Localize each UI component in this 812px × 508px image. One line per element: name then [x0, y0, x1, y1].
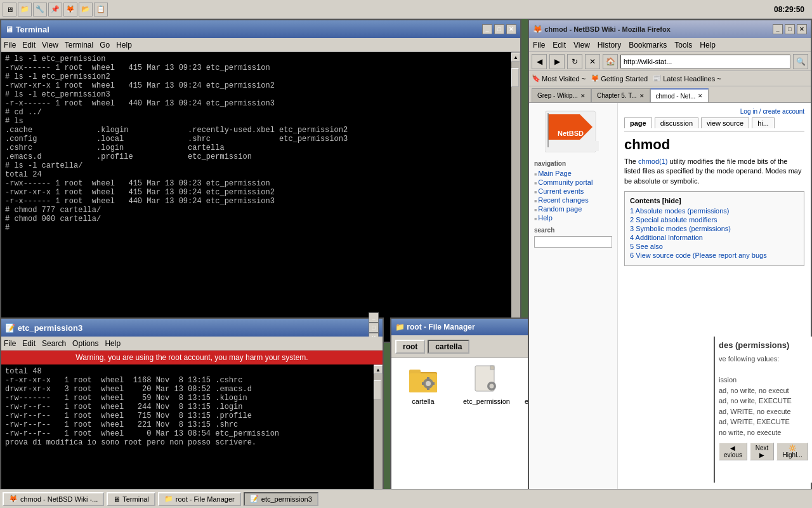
etcperm3-menu-search[interactable]: Search — [42, 339, 66, 348]
terminal-menu-view[interactable]: View — [42, 41, 58, 50]
terminal-close[interactable]: ✕ — [506, 24, 516, 34]
taskbar-icon-3[interactable]: 🔧 — [33, 3, 47, 17]
wiki-contents-3[interactable]: 3 Symbolic modes (permissions) — [630, 225, 799, 232]
wiki-search-input[interactable] — [534, 236, 612, 248]
bookmark-most-visited-label: Most Visited ~ — [542, 75, 586, 83]
terminal-scroll-thumb[interactable] — [511, 68, 519, 87]
etcperm3-menu-file[interactable]: File — [4, 339, 16, 348]
terminal-menu-file[interactable]: File — [4, 41, 16, 50]
taskbar-icon-4[interactable]: 📌 — [48, 3, 62, 17]
etcperm3-scroll-thumb[interactable] — [374, 380, 381, 399]
firefox-menu-bookmarks[interactable]: Bookmarks — [629, 41, 667, 50]
bookmark-getting-started-label: Getting Started — [601, 75, 648, 83]
taskbar-icon-6[interactable]: 📂 — [79, 3, 93, 17]
terminal-scrollbar[interactable]: ▲ ▼ — [511, 52, 520, 342]
search-button[interactable]: 🔍 — [793, 54, 808, 69]
firefox-menu-view[interactable]: View — [573, 41, 590, 50]
terminal-minimize[interactable]: _ — [482, 24, 492, 34]
tab-chapter5-close[interactable]: ✕ — [639, 93, 645, 99]
wiki-tab-history[interactable]: hi... — [752, 117, 775, 128]
wiki-contents-2[interactable]: 2 Special absolute modifiers — [630, 216, 799, 224]
forward-button[interactable]: ▶ — [549, 54, 565, 69]
etcperm3-maximize[interactable]: □ — [369, 323, 379, 333]
etcperm3-menu-help[interactable]: Help — [105, 339, 121, 348]
wiki-contents-6[interactable]: 6 View source code (Please report any bu… — [630, 251, 799, 259]
firefox-menu-history[interactable]: History — [598, 41, 621, 50]
etcperm3-menu-edit[interactable]: Edit — [22, 339, 36, 348]
wiki-nav-random-page[interactable]: Random page — [534, 205, 612, 213]
terminal-scroll-up[interactable]: ▲ — [511, 53, 520, 62]
tab-grep-close[interactable]: ✕ — [580, 93, 586, 99]
taskbar-btn-terminal-icon: 🖥 — [113, 495, 120, 503]
svg-point-14 — [490, 384, 494, 389]
etcperm3-minimize[interactable]: _ — [369, 312, 379, 323]
firefox-menu-tools[interactable]: Tools — [674, 41, 692, 50]
right-text-2: ission — [719, 375, 808, 385]
terminal-content[interactable]: # ls -l etc_permission -rwx------ 1 root… — [1, 52, 511, 342]
etcperm3-content[interactable]: total 48 -r-xr-xr-x 1 root wheel 1168 No… — [1, 364, 374, 500]
firefox-minimize[interactable]: _ — [773, 24, 783, 34]
tab-chmod[interactable]: chmod - Net... ✕ — [650, 88, 709, 102]
next-button[interactable]: Next ▶ — [750, 443, 774, 460]
firefox-menu-help[interactable]: Help — [700, 41, 716, 50]
wiki-tab-page[interactable]: page — [624, 117, 652, 128]
etcperm3-menu-options[interactable]: Options — [72, 339, 98, 348]
terminal-menu-help[interactable]: Help — [116, 41, 132, 50]
tab-grep[interactable]: Grep - Wikip... ✕ — [532, 88, 591, 102]
file-icon-etcperm[interactable]: etc_permission — [461, 364, 512, 405]
taskbar-btn-filemanager[interactable]: 📁 root - File Manager — [158, 492, 241, 506]
svg-rect-5 — [427, 377, 429, 380]
reload-button[interactable]: ↻ — [567, 54, 582, 69]
wiki-contents-4[interactable]: 4 Additional Information — [630, 234, 799, 241]
file-icon-img-etcperm — [471, 364, 502, 395]
address-bar[interactable] — [620, 55, 790, 69]
etcperm3-scroll-up[interactable]: ▲ — [374, 365, 383, 374]
wiki-tab-discussion[interactable]: discussion — [655, 117, 698, 128]
wiki-nav-current-events[interactable]: Current events — [534, 187, 612, 195]
taskbar-icon-5[interactable]: 🦊 — [63, 3, 77, 17]
firefox-menu-file[interactable]: File — [533, 41, 545, 50]
tab-chmod-close[interactable]: ✕ — [698, 93, 703, 99]
wiki-nav-recent-changes[interactable]: Recent changes — [534, 196, 612, 204]
taskbar-btn-terminal[interactable]: 🖥 Terminal — [107, 492, 155, 506]
terminal-menu-terminal[interactable]: Terminal — [65, 41, 93, 50]
stop-button[interactable]: ✕ — [585, 54, 600, 69]
terminal-menu-go[interactable]: Go — [100, 41, 110, 50]
home-button[interactable]: 🏠 — [603, 54, 618, 69]
wiki-nav-community-portal[interactable]: Community portal — [534, 178, 612, 186]
taskbar-top: 🖥 📁 🔧 📌 🦊 📂 📋 08:29:50 — [0, 0, 812, 19]
tab-chapter5[interactable]: Chapter 5. T... ✕ — [591, 88, 650, 102]
highlight-button[interactable]: 🔆 Highl... — [776, 443, 808, 460]
wiki-contents-5[interactable]: 5 See also — [630, 243, 799, 250]
taskbar-btn-etcperm3[interactable]: 📝 etc_permission3 — [244, 492, 318, 506]
firefox-tabs: Grep - Wikip... ✕ Chapter 5. T... ✕ chmo… — [529, 86, 811, 103]
file-icon-cartella[interactable]: cartella — [398, 364, 449, 405]
wiki-tab-view-source[interactable]: view source — [701, 117, 749, 128]
wiki-contents-1[interactable]: 1 Absolute modes (permissions) — [630, 207, 799, 215]
wiki-log-account[interactable]: Log in / create account — [624, 108, 804, 115]
svg-rect-12 — [490, 366, 494, 370]
terminal-maximize[interactable]: □ — [494, 24, 504, 34]
wiki-nav-main-page[interactable]: Main Page — [534, 170, 612, 177]
prev-button[interactable]: ◀ evious — [719, 443, 747, 460]
back-button[interactable]: ◀ — [532, 54, 547, 69]
taskbar-icon-7[interactable]: 📋 — [94, 3, 108, 17]
wiki-chmod-link[interactable]: chmod(1) — [638, 157, 667, 165]
filemanager-cartella-btn[interactable]: cartella — [428, 340, 469, 354]
svg-rect-8 — [432, 382, 435, 385]
firefox-close[interactable]: ✕ — [797, 24, 807, 34]
right-partial-title: des (permissions) — [719, 340, 808, 350]
wiki-nav-help[interactable]: Help — [534, 214, 612, 222]
taskbar-btn-firefox[interactable]: 🦊 chmod - NetBSD Wiki -... — [3, 492, 104, 506]
terminal-menu-edit[interactable]: Edit — [22, 41, 36, 50]
bookmark-most-visited[interactable]: 🔖 Most Visited ~ — [532, 74, 586, 83]
firefox-maximize[interactable]: □ — [785, 24, 795, 34]
bookmark-getting-started[interactable]: 🦊 Getting Started — [591, 74, 648, 83]
taskbar-icon-1[interactable]: 🖥 — [3, 3, 16, 17]
taskbar-icon-2[interactable]: 📁 — [18, 3, 32, 17]
firefox-menu-edit[interactable]: Edit — [553, 41, 566, 50]
etcperm3-scrollbar[interactable]: ▲ ▼ — [374, 364, 383, 500]
filemanager-root-btn[interactable]: root — [395, 340, 425, 354]
taskbar-btn-filemanager-label: root - File Manager — [176, 495, 235, 503]
bookmark-latest-headlines[interactable]: 📰 Latest Headlines ~ — [653, 74, 721, 83]
